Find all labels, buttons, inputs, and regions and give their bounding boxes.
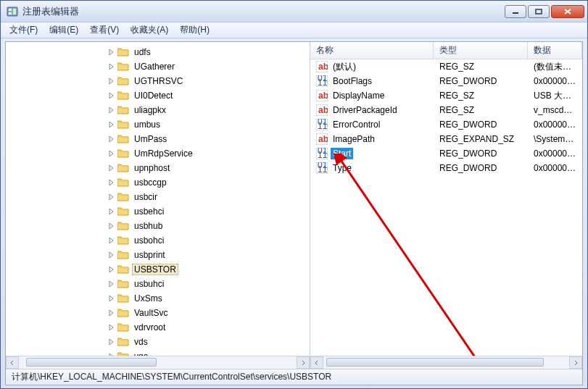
scroll-right-button[interactable]: [569, 356, 582, 369]
expander-icon[interactable]: [107, 106, 116, 114]
scroll-thumb[interactable]: [326, 358, 544, 367]
expander-icon[interactable]: [107, 294, 116, 303]
tree-item[interactable]: UGTHRSVC: [6, 74, 310, 88]
tree-item[interactable]: usbehci: [6, 204, 310, 219]
scroll-track[interactable]: [19, 356, 297, 369]
expander-icon[interactable]: [107, 236, 116, 245]
expander-icon[interactable]: [107, 120, 116, 129]
expander-icon[interactable]: [107, 77, 116, 85]
expander-icon[interactable]: [107, 164, 116, 172]
tree-item[interactable]: vds: [6, 335, 310, 349]
expander-icon[interactable]: [107, 222, 116, 230]
scroll-left-button[interactable]: [6, 356, 19, 369]
value-data: 0x00000003 (3): [528, 149, 582, 159]
tree-item[interactable]: usbprint: [6, 248, 310, 262]
folder-icon: [117, 235, 129, 246]
tree-item[interactable]: umbus: [6, 117, 310, 132]
expander-icon[interactable]: [107, 193, 116, 201]
tree-item[interactable]: VaultSvc: [6, 306, 310, 320]
folder-icon: [117, 163, 129, 173]
app-icon: [7, 6, 18, 17]
app-window: 注册表编辑器 文件(F) 编辑(E) 查看(V) 收藏夹(A) 帮助(H) ud…: [0, 0, 588, 389]
tree-item[interactable]: upnphost: [6, 161, 310, 175]
binary-value-icon: [316, 75, 328, 87]
minimize-button[interactable]: [505, 5, 526, 18]
tree-item[interactable]: usbuhci: [6, 277, 310, 291]
annotation-arrow: [325, 154, 528, 356]
binary-value-icon: [316, 162, 328, 174]
expander-icon[interactable]: [107, 207, 116, 216]
tree-item[interactable]: uliagpkx: [6, 103, 310, 117]
tree-hscrollbar[interactable]: [6, 356, 310, 369]
list-row[interactable]: ErrorControlREG_DWORD0x00000001 (1): [310, 117, 582, 132]
list-row[interactable]: ImagePathREG_EXPAND_SZ\SystemRoot\system…: [310, 132, 582, 146]
scroll-right-button[interactable]: [297, 356, 310, 369]
tree-item[interactable]: usbohci: [6, 233, 310, 248]
expander-icon[interactable]: [107, 352, 116, 356]
list-row[interactable]: DriverPackageIdREG_SZv_mscdsc.inf_amd64_…: [310, 103, 582, 117]
list-row[interactable]: DisplayNameREG_SZUSB 大容量存储驱动程序: [310, 88, 582, 103]
expander-icon[interactable]: [107, 338, 116, 346]
expander-icon[interactable]: [107, 251, 116, 259]
tree-item-label: UmPass: [132, 133, 169, 145]
scroll-thumb[interactable]: [26, 358, 157, 367]
value-name: ErrorControl: [331, 119, 382, 130]
tree-item[interactable]: UxSms: [6, 291, 310, 306]
list-row[interactable]: StartREG_DWORD0x00000003 (3): [310, 146, 582, 161]
menu-edit[interactable]: 编辑(E): [44, 22, 84, 38]
menu-file[interactable]: 文件(F): [4, 22, 44, 38]
chevron-left-icon: [314, 360, 320, 366]
list-hscrollbar[interactable]: [310, 356, 582, 369]
tree-pane: udfsUGathererUGTHRSVCUI0Detectuliagpkxum…: [6, 42, 310, 369]
folder-icon: [117, 62, 129, 72]
expander-icon[interactable]: [107, 178, 116, 187]
folder-icon: [117, 149, 129, 159]
column-header-type[interactable]: 类型: [434, 42, 528, 59]
titlebar: 注册表编辑器: [1, 1, 587, 22]
menu-help[interactable]: 帮助(H): [174, 22, 215, 38]
tree-item[interactable]: udfs: [6, 45, 310, 59]
tree-item-label: UI0Detect: [132, 90, 175, 101]
tree-item[interactable]: USBSTOR: [6, 262, 310, 277]
value-name: Type: [331, 162, 354, 174]
tree-item[interactable]: UmRdpService: [6, 146, 310, 161]
expander-icon[interactable]: [107, 280, 116, 288]
expander-icon[interactable]: [107, 135, 116, 143]
tree-item[interactable]: UI0Detect: [6, 88, 310, 103]
column-header-name[interactable]: 名称: [310, 42, 434, 59]
expander-icon[interactable]: [107, 323, 116, 332]
list-row[interactable]: (默认)REG_SZ(数值未设置): [310, 59, 582, 74]
expander-icon[interactable]: [107, 149, 116, 158]
expander-icon[interactable]: [107, 62, 116, 71]
tree-item[interactable]: usbccgp: [6, 175, 310, 190]
tree-item-label: vga: [132, 351, 150, 356]
list-body[interactable]: (默认)REG_SZ(数值未设置)BootFlagsREG_DWORD0x000…: [310, 59, 582, 356]
scroll-left-button[interactable]: [310, 356, 323, 369]
tree-item[interactable]: usbcir: [6, 190, 310, 204]
close-button[interactable]: [551, 5, 584, 18]
list-row[interactable]: TypeREG_DWORD0x00000001 (1): [310, 161, 582, 175]
scroll-track[interactable]: [323, 356, 569, 369]
statusbar-path: 计算机\HKEY_LOCAL_MACHINE\SYSTEM\CurrentCon…: [12, 371, 331, 383]
tree-scroll[interactable]: udfsUGathererUGTHRSVCUI0Detectuliagpkxum…: [6, 42, 310, 356]
folder-icon: [117, 177, 129, 188]
menu-favorites[interactable]: 收藏夹(A): [125, 22, 174, 38]
tree-item[interactable]: vdrvroot: [6, 320, 310, 335]
tree-item[interactable]: UmPass: [6, 132, 310, 146]
chevron-right-icon: [573, 360, 579, 366]
tree-item[interactable]: vga: [6, 349, 310, 356]
folder-icon: [117, 192, 129, 202]
tree-item[interactable]: usbhub: [6, 219, 310, 233]
list-row[interactable]: BootFlagsREG_DWORD0x00000004 (4): [310, 74, 582, 88]
value-type: REG_EXPAND_SZ: [434, 134, 528, 144]
expander-icon[interactable]: [107, 91, 116, 100]
menu-view[interactable]: 查看(V): [84, 22, 125, 38]
tree-item[interactable]: UGatherer: [6, 59, 310, 74]
expander-icon[interactable]: [107, 48, 116, 57]
expander-icon[interactable]: [107, 265, 116, 274]
maximize-button[interactable]: [528, 5, 550, 18]
value-type: REG_SZ: [434, 91, 528, 101]
expander-icon[interactable]: [107, 309, 116, 317]
folder-icon: [117, 264, 129, 275]
column-header-data[interactable]: 数据: [528, 42, 582, 59]
